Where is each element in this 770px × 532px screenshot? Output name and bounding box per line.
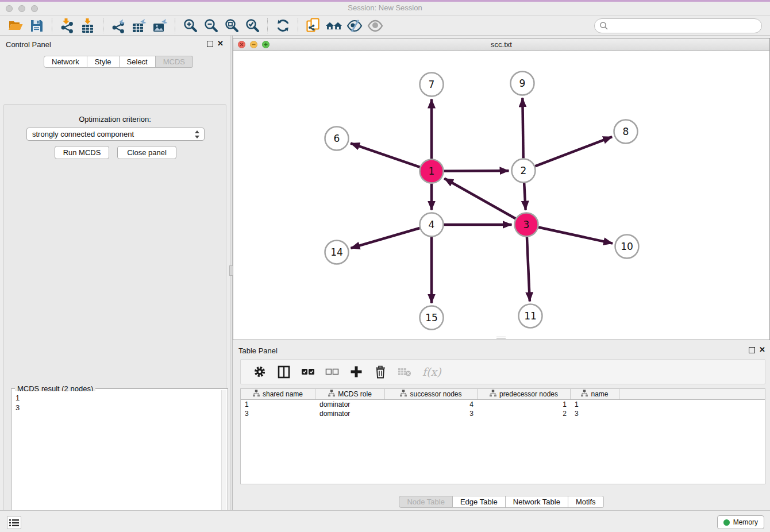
list-icon (9, 519, 19, 527)
refresh-icon[interactable] (274, 17, 291, 34)
graph-node-9[interactable]: 9 (511, 72, 534, 95)
network-window-titlebar[interactable]: scc.txt (233, 38, 769, 51)
column-header-name[interactable]: name (571, 389, 619, 399)
settings-gear-icon[interactable] (251, 363, 268, 380)
column-header-MCDS-role[interactable]: MCDS role (315, 389, 385, 399)
network-graph[interactable]: 1234678910111415 (233, 51, 769, 340)
tab-edge-table[interactable]: Edge Table (453, 496, 506, 508)
close-panel-icon[interactable]: ✕ (217, 40, 224, 48)
table-cell[interactable]: dominator (315, 400, 385, 409)
table-cell[interactable]: 3 (385, 409, 478, 418)
table-row[interactable]: 3dominator323 (241, 409, 765, 418)
graph-node-7[interactable]: 7 (420, 73, 444, 97)
delete-table-icon[interactable] (396, 363, 413, 380)
search-icon (599, 21, 609, 30)
select-all-icon[interactable] (299, 363, 317, 380)
tab-network[interactable]: Network (44, 56, 87, 68)
tab-network-table[interactable]: Network Table (506, 496, 568, 508)
tab-select[interactable]: Select (120, 56, 156, 68)
graph-edge-2-9[interactable] (522, 98, 523, 158)
delete-column-icon[interactable] (372, 363, 389, 380)
graph-node-2[interactable]: 2 (512, 159, 536, 183)
show-all-icon[interactable] (367, 17, 384, 34)
table-cell[interactable]: 1 (241, 400, 315, 409)
criterion-value: strongly connected component (32, 130, 134, 138)
control-panel-title: Control Panel (6, 40, 51, 49)
toolbar-separator (175, 18, 175, 33)
search-input[interactable] (611, 21, 757, 30)
function-builder-icon[interactable]: f(x) (422, 365, 441, 378)
table-cell[interactable]: 3 (571, 409, 619, 418)
graph-node-1[interactable]: 1 (420, 160, 444, 183)
table-cell[interactable]: 1 (478, 400, 571, 409)
tab-motifs[interactable]: Motifs (568, 496, 604, 508)
toolbar-separator (103, 18, 103, 33)
svg-text:10: 10 (621, 241, 633, 252)
graph-edge-1-6[interactable] (351, 143, 420, 167)
svg-text:2: 2 (521, 165, 527, 176)
graph-node-15[interactable]: 15 (420, 306, 444, 330)
export-image-icon[interactable] (151, 17, 168, 34)
table-row[interactable]: 1dominator411 (241, 400, 765, 409)
canvas-bottom-grip[interactable] (496, 337, 506, 339)
table-cell[interactable]: 3 (241, 409, 315, 418)
show-columns-icon[interactable] (275, 363, 292, 380)
column-header-predecessor-nodes[interactable]: predecessor nodes (478, 389, 571, 399)
table-cell[interactable]: dominator (315, 409, 385, 418)
graph-node-4[interactable]: 4 (420, 213, 444, 237)
close-panel-button[interactable]: Close panel (117, 146, 176, 159)
float-table-panel-icon[interactable] (749, 347, 755, 353)
tab-mcds[interactable]: MCDS (156, 56, 193, 68)
float-panel-icon[interactable] (207, 41, 213, 47)
tree-hierarchy-icon (328, 390, 335, 399)
task-history-button[interactable] (7, 516, 21, 529)
hide-selected-icon[interactable] (346, 17, 363, 34)
zoom-in-icon[interactable] (182, 17, 199, 34)
save-session-icon[interactable] (28, 17, 45, 34)
first-neighbors-icon[interactable] (325, 17, 342, 34)
graph-edge-3-10[interactable] (538, 228, 613, 244)
graph-edge-4-14[interactable] (351, 228, 419, 248)
svg-text:8: 8 (623, 126, 629, 137)
graph-node-14[interactable]: 14 (325, 241, 349, 264)
graph-edge-2-3[interactable] (524, 183, 526, 210)
graph-node-8[interactable]: 8 (614, 120, 638, 144)
open-session-icon[interactable] (7, 17, 25, 34)
zoom-selected-icon[interactable] (244, 17, 261, 34)
graph-edge-3-11[interactable] (527, 237, 530, 301)
clone-network-icon[interactable] (305, 17, 322, 34)
criterion-dropdown[interactable]: strongly connected component (26, 128, 205, 141)
column-header-successor-nodes[interactable]: successor nodes (385, 389, 478, 399)
network-canvas[interactable]: 1234678910111415 (233, 51, 769, 340)
run-mcds-button[interactable]: Run MCDS (55, 146, 109, 159)
graph-node-11[interactable]: 11 (519, 304, 542, 328)
close-table-panel-icon[interactable]: ✕ (759, 346, 765, 354)
zoom-out-icon[interactable] (202, 17, 220, 34)
search-box[interactable] (594, 18, 762, 33)
add-column-icon[interactable] (348, 363, 365, 380)
tab-node-table[interactable]: Node Table (399, 496, 453, 508)
table-cell[interactable]: 2 (478, 409, 571, 418)
table-cell[interactable]: 1 (571, 400, 619, 409)
node-table-header-row: shared nameMCDS rolesuccessor nodesprede… (241, 389, 765, 400)
tab-style[interactable]: Style (87, 56, 120, 68)
graph-edge-2-8[interactable] (535, 137, 612, 166)
column-header-shared-name[interactable]: shared name (241, 389, 315, 399)
graph-edge-1-2[interactable] (444, 171, 509, 171)
memory-button[interactable]: Memory (717, 515, 764, 529)
export-network-icon[interactable] (110, 17, 127, 34)
control-panel: Control Panel ✕ Network Style Select MCD… (0, 36, 230, 510)
graph-node-6[interactable]: 6 (325, 127, 349, 151)
zoom-fit-icon[interactable] (223, 17, 240, 34)
import-table-icon[interactable] (79, 17, 97, 34)
graph-node-10[interactable]: 10 (615, 235, 639, 259)
graph-node-3[interactable]: 3 (515, 213, 538, 237)
export-table-icon[interactable] (130, 17, 148, 34)
app-titlebar: Session: New Session (0, 0, 770, 16)
import-network-icon[interactable] (59, 17, 76, 34)
mcds-tab-content: Optimization criterion: strongly connect… (3, 104, 226, 532)
svg-text:3: 3 (523, 219, 530, 230)
unselect-all-icon[interactable] (324, 363, 341, 380)
table-cell[interactable]: 4 (385, 400, 478, 409)
graph-edge-3-1[interactable] (444, 179, 515, 219)
